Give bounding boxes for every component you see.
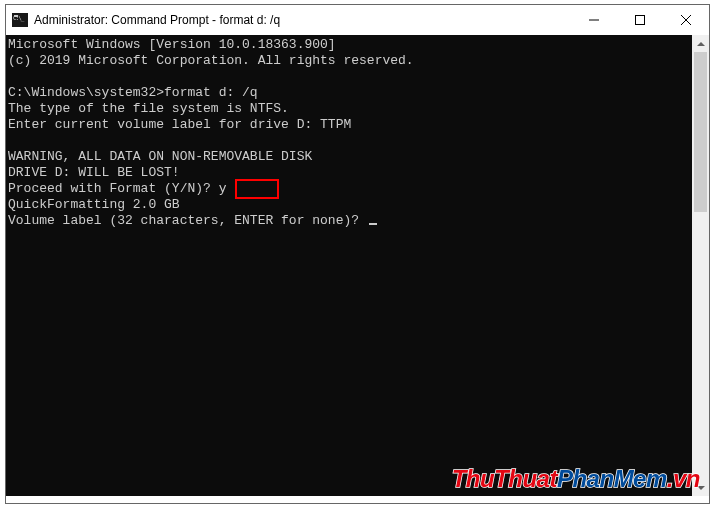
cmd-icon xyxy=(12,13,28,27)
minimize-button[interactable] xyxy=(571,5,617,35)
window-title: Administrator: Command Prompt - format d… xyxy=(34,13,571,27)
maximize-button[interactable] xyxy=(617,5,663,35)
svg-rect-1 xyxy=(636,16,645,25)
vertical-scrollbar[interactable] xyxy=(692,35,709,496)
cursor xyxy=(369,223,377,225)
scroll-up-button[interactable] xyxy=(692,35,709,52)
titlebar[interactable]: Administrator: Command Prompt - format d… xyxy=(6,5,709,35)
window-controls xyxy=(571,5,709,35)
terminal-output[interactable]: Microsoft Windows [Version 10.0.18363.90… xyxy=(6,35,702,496)
scrollbar-thumb[interactable] xyxy=(694,52,707,212)
scroll-down-button[interactable] xyxy=(692,479,709,496)
close-button[interactable] xyxy=(663,5,709,35)
command-prompt-window: Administrator: Command Prompt - format d… xyxy=(5,4,710,504)
scrollbar-track[interactable] xyxy=(692,52,709,479)
